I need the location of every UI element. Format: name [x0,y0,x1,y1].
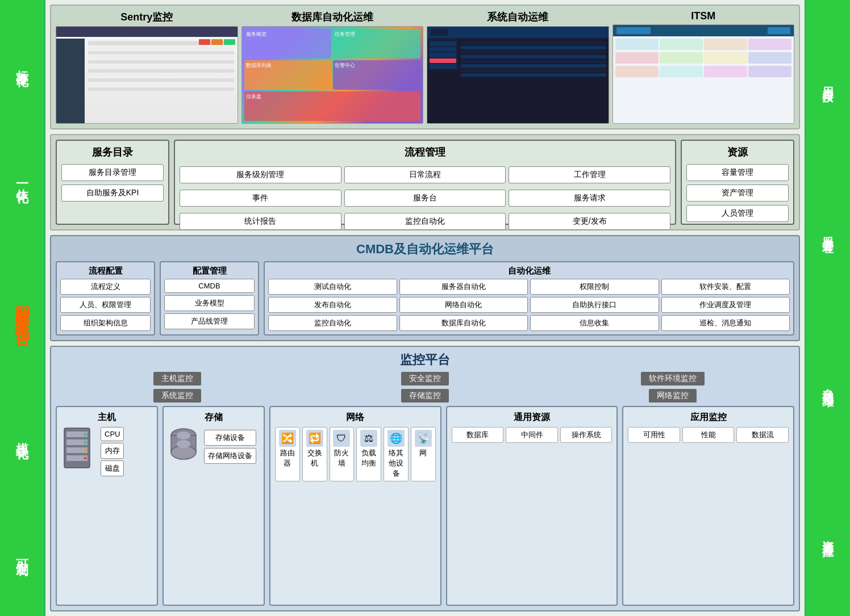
app-dataflow[interactable]: 数据流 [736,427,789,443]
flow-btn-org[interactable]: 组织架构信息 [60,315,151,331]
config-btn-biz-model[interactable]: 业务模型 [164,295,255,311]
label-security-monitor: 安全监控 [401,372,449,385]
flow-btn-define[interactable]: 流程定义 [60,279,151,295]
auto-btn-db[interactable]: 数据库自动化 [399,315,528,331]
app-monitor-grid: 可用性 性能 数据流 [628,427,789,443]
storage-network-device-btn[interactable]: 存储网络设备 [204,448,256,464]
sidebar-label-platform: 智能运维一体化平台 [13,292,31,323]
sentry-title: Sentry监控 [120,10,173,24]
monitor-general-resource-title: 通用资源 [514,412,550,424]
sentry-block: Sentry监控 [56,10,238,124]
host-memory-btn[interactable]: 内存 [101,443,124,459]
section-cmdb: CMDB及自动化运维平台 流程配置 流程定义 人员、权限管理 组织架构信息 配置… [50,235,800,341]
network-firewall[interactable]: 🛡 防火墙 [330,427,355,481]
process-btn-service-level[interactable]: 服务级别管理 [180,166,341,183]
process-btn-monitor-auto[interactable]: 监控自动化 [344,213,506,230]
auto-btn-server[interactable]: 服务器自动化 [399,279,528,295]
network-grid: 🔀 路由器 🔁 交换机 🛡 防火墙 ⚖ 负 [275,427,436,481]
process-btn-work-mgmt[interactable]: 工作管理 [509,166,670,183]
process-btn-incident[interactable]: 事件 [180,190,341,207]
sentry-screenshot [56,26,238,124]
auto-btn-network[interactable]: 网络自动化 [399,297,528,313]
resource-middleware[interactable]: 中间件 [506,427,558,443]
service-catalog-title: 服务目录 [61,145,164,159]
general-resource-grid: 数据库 中间件 操作系统 [452,427,612,443]
auto-btn-release[interactable]: 发布自动化 [268,297,397,313]
monitor-app-box: 应用监控 可用性 性能 数据流 [622,406,794,606]
lb-icon: ⚖ [360,430,377,447]
right-sidebar-service-mgmt: 服务管理 [821,228,835,235]
process-mgmt-title: 流程管理 [180,145,670,159]
label-storage-monitor: 存储监控 [401,389,449,403]
cmdb-content: 流程配置 流程定义 人员、权限管理 组织架构信息 配置管理 CMDB 业务模型 … [56,261,794,336]
auto-btn-info[interactable]: 信息收集 [530,315,659,331]
monitor-host-title: 主机 [98,412,116,424]
right-sidebar-resource-monitor: 资源监控 [821,531,835,538]
label-host-monitor: 主机监控 [153,372,201,385]
network-other[interactable]: 🌐 络其他设备 [384,427,409,481]
cmdb-config-mgmt-title: 配置管理 [164,266,255,276]
process-btn-service-desk[interactable]: 服务台 [344,190,506,207]
label-network-monitor: 网络监控 [649,389,697,403]
auto-btn-monitor[interactable]: 监控自动化 [268,315,397,331]
db-auto-title: 数据库自动化运维 [291,10,373,24]
sys-screenshot [427,26,609,124]
itsm-title: ITSM [691,10,715,22]
auto-btn-job-sched[interactable]: 作业调度及管理 [661,297,790,313]
process-mgmt-box: 流程管理 服务级别管理 日常流程 工作管理 事件 服务台 服务请求 统计报告 监… [174,140,676,225]
auto-ops-title: 自动化运维 [268,266,790,276]
app-availability[interactable]: 可用性 [628,427,680,443]
resource-box: 资源 容量管理 资产管理 人员管理 [681,140,794,225]
monitor-network-title: 网络 [346,412,364,424]
network-router[interactable]: 🔀 路由器 [275,427,300,481]
left-sidebar: 标准化 一体化 智能运维一体化平台 模块化 可定制 [0,0,45,616]
resource-btn-asset[interactable]: 资产管理 [686,185,789,202]
itsm-screenshot [612,24,795,124]
switch-icon: 🔁 [306,430,323,447]
label-sys-monitor: 系统监控 [153,389,201,403]
cmdb-flow-config: 流程配置 流程定义 人员、权限管理 组织架构信息 [56,261,155,336]
sidebar-label-customizable: 可定制 [15,549,30,556]
section-service-process: 服务目录 服务目录管理 自助服务及KPI 流程管理 服务级别管理 日常流程 工作… [50,134,800,231]
service-catalog-btn-2[interactable]: 自助服务及KPI [61,185,164,202]
svg-point-8 [84,457,87,460]
server-icon [61,427,93,472]
storage-device-btn[interactable]: 存储设备 [204,430,256,446]
process-btn-stat-report[interactable]: 统计报告 [180,213,341,230]
auto-btn-test[interactable]: 测试自动化 [268,279,397,295]
network-switch[interactable]: 🔁 交换机 [302,427,327,481]
auto-btn-patrol[interactable]: 巡检、消息通知 [661,315,790,331]
config-btn-cmdb[interactable]: CMDB [164,279,255,293]
app-performance[interactable]: 性能 [682,427,735,443]
resource-btn-capacity[interactable]: 容量管理 [686,164,789,181]
cmdb-title: CMDB及自动化运维平台 [56,241,794,258]
svg-point-12 [177,440,190,448]
cmdb-config-mgmt-grid: CMDB 业务模型 产品线管理 [164,279,255,329]
cmdb-flow-config-title: 流程配置 [60,266,151,276]
network-net[interactable]: 📡 网 [411,427,436,481]
auto-btn-self-exec[interactable]: 自助执行接口 [530,297,659,313]
auto-btn-software[interactable]: 软件安装、配置 [661,279,790,295]
network-lb[interactable]: ⚖ 负载均衡 [356,427,381,481]
process-btn-daily-flow[interactable]: 日常流程 [344,166,506,183]
config-btn-product-line[interactable]: 产品线管理 [164,313,255,329]
host-cpu-btn[interactable]: CPU [101,427,124,441]
resource-os[interactable]: 操作系统 [560,427,612,443]
auto-ops-grid: 测试自动化 服务器自动化 权限控制 软件安装、配置 发布自动化 网络自动化 自助… [268,279,790,331]
flow-btn-personnel[interactable]: 人员、权限管理 [60,297,151,313]
main-content: Sentry监控 [45,0,805,616]
process-btn-service-request[interactable]: 服务请求 [509,190,670,207]
process-btn-change-release[interactable]: 变更/发布 [509,213,670,230]
resource-btn-personnel[interactable]: 人员管理 [686,205,789,222]
monitor-storage-title: 存储 [205,412,223,424]
monitor-app-title: 应用监控 [690,412,727,424]
other-net-icon: 🌐 [388,430,405,447]
section-screenshots: Sentry监控 [50,5,800,129]
host-disk-btn[interactable]: 磁盘 [101,460,124,476]
svg-point-7 [84,449,87,452]
auto-btn-permission[interactable]: 权限控制 [530,279,659,295]
resource-db[interactable]: 数据库 [452,427,504,443]
sidebar-label-modular: 模块化 [15,433,30,439]
service-catalog-btn-1[interactable]: 服务目录管理 [61,164,164,181]
storage-btns: 存储设备 存储网络设备 [204,430,256,464]
